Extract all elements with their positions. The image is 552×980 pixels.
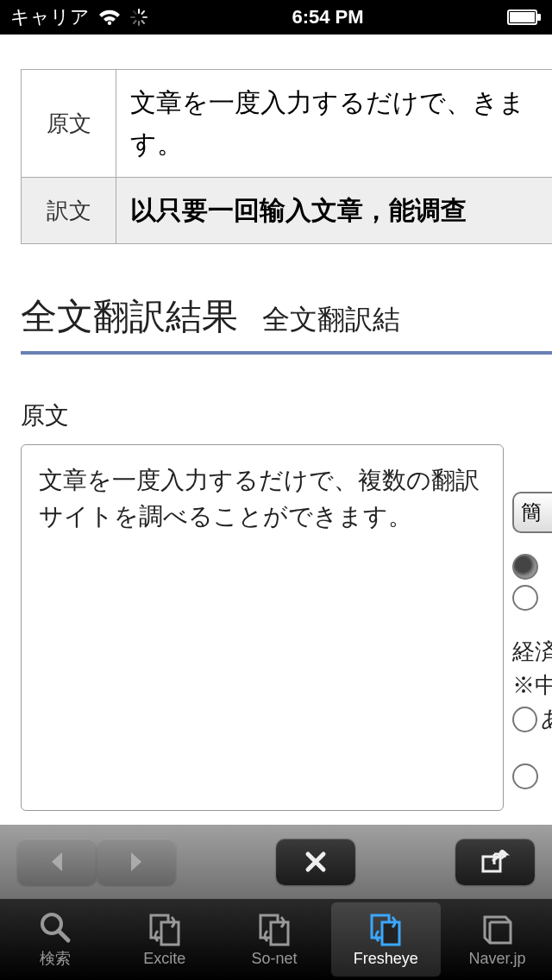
svg-rect-15 — [161, 922, 179, 945]
radio-empty-icon — [512, 707, 537, 732]
carrier-label: キャリア — [10, 4, 90, 30]
back-button[interactable] — [17, 839, 97, 885]
tab-sonet[interactable]: So-net — [219, 899, 329, 980]
tab-search[interactable]: 検索 — [0, 899, 110, 980]
webview-content[interactable]: 原文 文章を一度入力するだけで、きます。 訳文 以只要一回输入文章，能调查 全文… — [0, 35, 552, 825]
share-button[interactable] — [455, 839, 535, 885]
document-swap-icon — [146, 912, 184, 946]
svg-rect-10 — [537, 14, 541, 21]
option-radio-1[interactable] — [512, 554, 552, 580]
option-pill[interactable]: 簡 — [512, 492, 552, 533]
heading-main: 全文翻訳結果 — [21, 292, 238, 341]
svg-rect-17 — [271, 922, 288, 945]
tab-label: Fresheye — [354, 950, 418, 968]
forward-button[interactable] — [97, 839, 176, 885]
svg-rect-19 — [382, 922, 399, 945]
svg-rect-9 — [510, 12, 535, 22]
svg-line-13 — [59, 931, 68, 940]
original-label-cell: 原文 — [22, 70, 116, 178]
status-bar: キャリア 6:54 PM — [0, 0, 552, 35]
option-text-1: 経済 — [512, 637, 552, 667]
status-left: キャリア — [10, 4, 148, 30]
status-right — [507, 9, 542, 25]
svg-line-3 — [142, 21, 145, 23]
book-icon — [478, 912, 516, 946]
close-button[interactable] — [276, 839, 355, 885]
radio-empty-icon — [512, 763, 538, 789]
translated-text-cell: 以只要一回输入文章，能调查 — [116, 178, 553, 244]
origin-textarea[interactable]: 文章を一度入力するだけで、複数の翻訳サイトを調べることができます。 — [21, 444, 504, 811]
option-radio-3[interactable]: あ — [512, 704, 552, 734]
svg-line-5 — [134, 21, 136, 23]
result-summary-table: 原文 文章を一度入力するだけで、きます。 訳文 以只要一回输入文章，能调查 — [21, 69, 552, 244]
original-text-cell: 文章を一度入力するだけで、きます。 — [116, 70, 553, 178]
side-options-panel: 簡 経済 ※中 あ — [512, 492, 552, 793]
origin-label: 原文 — [21, 399, 552, 432]
radio-filled-icon — [512, 554, 538, 580]
section-heading: 全文翻訳結果 全文翻訳結 — [21, 292, 552, 355]
tab-bar: 検索 Excite So-net Fresheye Naver.jp — [0, 899, 552, 980]
svg-line-1 — [142, 11, 145, 14]
option-radio-4[interactable] — [512, 763, 552, 789]
battery-icon — [507, 9, 542, 25]
translated-label-cell: 訳文 — [22, 178, 116, 244]
tab-excite[interactable]: Excite — [110, 899, 219, 980]
tab-label: Excite — [143, 950, 185, 968]
document-swap-icon — [255, 912, 293, 946]
tab-naver[interactable]: Naver.jp — [442, 899, 552, 980]
clock: 6:54 PM — [148, 6, 507, 28]
tab-label: So-net — [251, 950, 297, 968]
loading-spinner-icon — [129, 8, 148, 27]
option-text-2: ※中 — [512, 670, 552, 700]
radio-empty-icon — [512, 585, 538, 611]
option-text-3: あ — [541, 704, 552, 734]
browser-toolbar — [0, 825, 552, 899]
wifi-icon — [98, 9, 121, 26]
svg-line-7 — [134, 11, 136, 14]
tab-label: Naver.jp — [468, 950, 525, 968]
search-icon — [36, 910, 74, 945]
option-radio-2[interactable] — [512, 585, 552, 611]
document-swap-icon — [367, 912, 405, 946]
tab-fresheye[interactable]: Fresheye — [331, 902, 441, 977]
heading-sub: 全文翻訳結 — [262, 301, 400, 339]
tab-label: 検索 — [40, 948, 71, 969]
